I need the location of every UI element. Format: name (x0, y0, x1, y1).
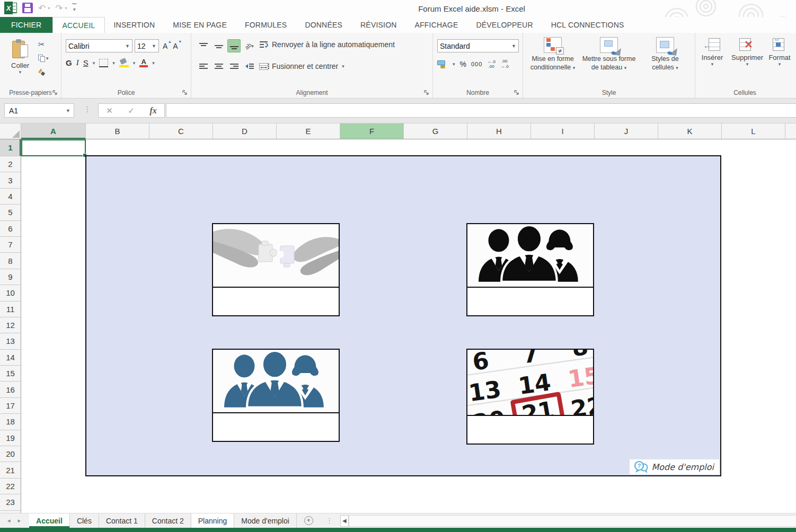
column-header-b[interactable]: B (86, 123, 149, 139)
align-left-button[interactable] (197, 59, 210, 73)
row-header-22[interactable]: 22 (0, 478, 21, 494)
column-header-h[interactable]: H (467, 123, 531, 139)
tab-fichier[interactable]: FICHIER (0, 17, 52, 33)
accounting-format-icon[interactable] (437, 60, 448, 68)
sheet-tab-accueil[interactable]: Accueil (29, 513, 70, 528)
tile-calendar[interactable]: 6 7 8 13 14 15 20 21 (466, 349, 594, 445)
row-header-6[interactable]: 6 (0, 221, 21, 237)
sheet-nav-left-icon[interactable]: ◂ (7, 517, 11, 524)
borders-dropdown-icon[interactable]: ▾ (112, 60, 115, 66)
tile-calendar-label[interactable] (466, 415, 594, 445)
tab-developpeur[interactable]: DÉVELOPPEUR (467, 17, 542, 33)
sheet-tab-mode-demploi[interactable]: Mode d'emploi (234, 513, 297, 528)
number-format-combo[interactable]: Standard▼ (437, 39, 519, 52)
tile-team-blue-label[interactable] (212, 412, 340, 442)
format-as-table-button[interactable]: Mettre sous forme de tableau ▾ (581, 37, 636, 72)
italic-button[interactable]: I (76, 58, 79, 67)
row-header-4[interactable]: 4 (0, 189, 21, 205)
font-name-combo[interactable]: Calibri▼ (66, 39, 132, 52)
percent-style-button[interactable]: % (460, 60, 466, 68)
formula-bar[interactable] (166, 103, 796, 118)
tab-mise-en-page[interactable]: MISE EN PAGE (164, 17, 236, 33)
row-header-21[interactable]: 21 (0, 462, 21, 478)
column-header-d[interactable]: D (213, 123, 277, 139)
tab-insertion[interactable]: INSERTION (105, 17, 164, 33)
underline-button[interactable]: S (83, 58, 89, 67)
column-header-c[interactable]: C (149, 123, 213, 139)
row-header-7[interactable]: 7 (0, 237, 21, 253)
insert-cells-button[interactable]: ← Insérer▾ (697, 37, 728, 67)
cancel-entry-icon[interactable]: ✕ (106, 106, 113, 116)
save-icon[interactable] (22, 3, 33, 13)
align-center-button[interactable] (212, 59, 225, 73)
row-header-8[interactable]: 8 (0, 253, 21, 269)
comma-style-button[interactable]: 000 (471, 61, 482, 67)
sheet-bar-drag-handle[interactable]: ⋮ (326, 517, 333, 525)
row-header-5[interactable]: 5 (0, 205, 21, 220)
row-header-10[interactable]: 10 (0, 285, 21, 301)
wrap-text-button[interactable]: Renvoyer à la ligne automatiquement (259, 40, 395, 49)
paste-button[interactable]: Coller ▾ (5, 38, 35, 84)
orientation-button[interactable]: ab▾ (243, 39, 256, 52)
cut-button[interactable]: ✂ (38, 39, 52, 49)
font-dialog-launcher-icon[interactable] (182, 90, 188, 96)
tile-team-black[interactable] (466, 223, 594, 316)
row-header-3[interactable]: 3 (0, 172, 21, 188)
fill-color-dropdown-icon[interactable]: ▾ (133, 60, 136, 66)
tab-accueil[interactable]: ACCUEIL (52, 17, 104, 33)
column-header-l[interactable]: L (722, 123, 785, 139)
column-header-j[interactable]: J (595, 123, 658, 139)
merge-center-button[interactable]: Fusionner et centrer ▾ (259, 62, 344, 70)
column-header-e[interactable]: E (277, 123, 340, 139)
sheet-tab-contact-2[interactable]: Contact 2 (145, 513, 191, 528)
row-header-14[interactable]: 14 (0, 350, 21, 366)
select-all-corner[interactable] (0, 123, 21, 139)
name-box-input[interactable] (5, 107, 58, 115)
font-color-icon[interactable]: A (139, 59, 148, 67)
align-middle-button[interactable] (212, 39, 225, 52)
customize-quick-access-icon[interactable]: ▔▾ (73, 5, 77, 11)
puzzle-hands-image[interactable] (212, 223, 340, 288)
shrink-font-button[interactable]: A▾ (171, 41, 179, 51)
team-black-image[interactable] (466, 223, 594, 288)
tab-hcl-connections[interactable]: HCL CONNECTIONS (542, 17, 633, 33)
sheet-tab-cles[interactable]: Clés (70, 513, 99, 528)
tab-revision[interactable]: RÉVISION (351, 17, 406, 33)
column-header-a[interactable]: A (21, 123, 86, 139)
horizontal-scrollbar[interactable] (349, 515, 796, 527)
align-bottom-button[interactable] (227, 39, 241, 52)
team-blue-image[interactable] (212, 349, 340, 413)
increase-decimal-button[interactable]: ←.0.00 (487, 59, 496, 69)
column-header-g[interactable]: G (404, 123, 467, 139)
row-header-2[interactable]: 2 (0, 156, 21, 172)
undo-dropdown-icon[interactable]: ▾ (48, 6, 50, 11)
tile-team-black-label[interactable] (466, 287, 594, 316)
column-header-f[interactable]: F (340, 123, 404, 139)
borders-icon[interactable] (99, 59, 108, 67)
redo-dropdown-icon[interactable]: ▾ (65, 6, 67, 11)
redo-icon[interactable]: ↷ (55, 4, 63, 13)
row-header-16[interactable]: 16 (0, 382, 21, 397)
tile-team-blue[interactable] (212, 349, 340, 442)
alignment-dialog-launcher-icon[interactable] (423, 90, 430, 96)
row-header-1[interactable]: 1 (0, 139, 21, 156)
align-top-button[interactable] (197, 39, 210, 52)
row-header-11[interactable]: 11 (0, 302, 21, 317)
formula-input[interactable] (166, 104, 796, 117)
tile-puzzle-label[interactable] (212, 287, 340, 316)
undo-icon[interactable]: ↶ (38, 4, 46, 13)
new-sheet-button[interactable]: + (304, 516, 313, 525)
column-header-partial[interactable] (785, 123, 796, 139)
sheet-tab-contact-1[interactable]: Contact 1 (99, 513, 145, 528)
row-header-18[interactable]: 18 (0, 414, 21, 430)
merge-dropdown-icon[interactable]: ▾ (342, 64, 344, 69)
formula-bar-drag-handle[interactable]: ⋮ (84, 105, 91, 113)
calendar-image[interactable]: 6 7 8 13 14 15 20 21 (466, 349, 594, 416)
insert-function-icon[interactable]: fx (149, 106, 156, 116)
tab-formules[interactable]: FORMULES (236, 17, 296, 33)
help-link[interactable]: ? Mode d'emploi (630, 459, 720, 474)
paste-dropdown-icon[interactable]: ▾ (19, 69, 22, 75)
name-box[interactable]: ▼ (4, 103, 74, 118)
row-header-17[interactable]: 17 (0, 398, 21, 414)
row-header-12[interactable]: 12 (0, 317, 21, 333)
